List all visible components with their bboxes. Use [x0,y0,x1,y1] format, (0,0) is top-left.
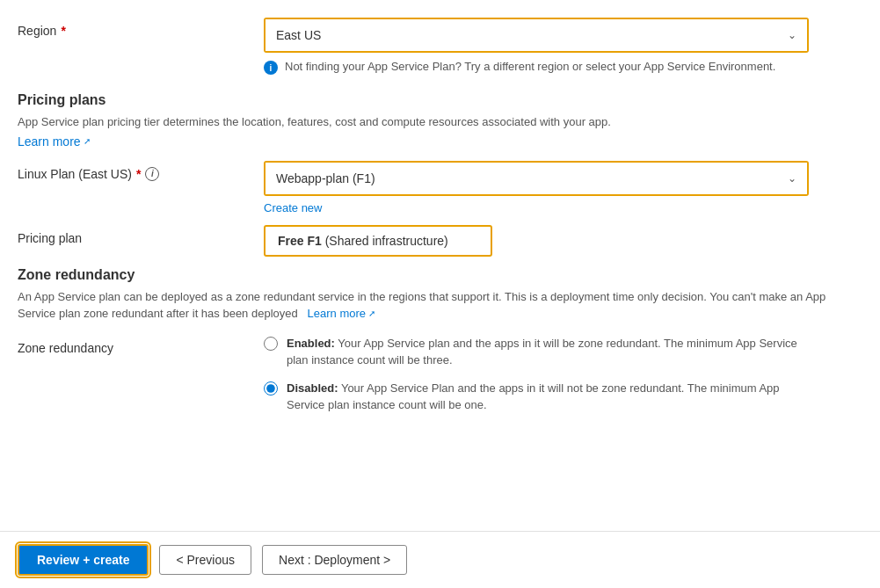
pricing-plan-detail: (Shared infrastructure) [325,234,448,248]
region-control-area: East US West US West Europe East Asia ⌄ … [264,18,809,75]
linux-plan-required-star: * [136,167,141,181]
linux-plan-label-text: Linux Plan (East US) [18,167,132,181]
zone-redundancy-disabled-label-bold: Disabled: [287,381,338,395]
zone-redundancy-learn-more-label: Learn more [308,305,366,323]
region-select-wrapper: East US West US West Europe East Asia ⌄ [264,18,809,53]
zone-redundancy-options: Zone redundancy Enabled: Your App Servic… [18,335,854,425]
zone-redundancy-section: Zone redundancy An App Service plan can … [18,267,854,425]
zone-redundancy-learn-more-link[interactable]: Learn more ➚ [308,305,375,323]
next-label: Next : Deployment > [279,553,390,567]
zone-redundancy-disabled-label: Disabled: Your App Service Plan and the … [287,380,809,414]
review-create-button[interactable]: Review + create [18,544,149,576]
region-info-box: i Not finding your App Service Plan? Try… [264,60,809,75]
region-hint-text: Not finding your App Service Plan? Try a… [285,60,775,73]
zone-redundancy-disabled-radio[interactable] [264,381,278,396]
create-new-link[interactable]: Create new [264,201,322,214]
region-row: Region * East US West US West Europe Eas… [18,18,854,75]
pricing-plan-label-text: Pricing plan [18,231,82,245]
zone-redundancy-enabled-radio[interactable] [264,337,278,351]
pricing-plan-control-area: Free F1 (Shared infrastructure) [264,225,809,257]
zone-redundancy-disabled-option: Disabled: Your App Service Plan and the … [264,380,809,414]
next-button[interactable]: Next : Deployment > [262,545,407,575]
linux-plan-label: Linux Plan (East US) * i [18,161,264,181]
learn-more-label: Learn more [18,134,81,149]
zone-redundancy-enabled-label: Enabled: Your App Service plan and the a… [287,335,809,369]
zone-redundancy-options-area: Enabled: Your App Service plan and the a… [264,335,809,425]
zone-redundancy-options-row: Zone redundancy Enabled: Your App Servic… [18,335,854,425]
zone-redundancy-disabled-label-text: Your App Service Plan and the apps in it… [287,381,780,412]
pricing-plans-section: Pricing plans App Service plan pricing t… [18,92,854,149]
zone-redundancy-enabled-label-text: Your App Service plan and the apps in it… [287,337,797,367]
zone-redundancy-options-label: Zone redundancy [18,335,264,355]
pricing-plan-name: Free F1 [278,234,322,248]
linux-plan-select-wrapper: Webapp-plan (F1) Create new ⌄ [264,161,809,196]
linux-plan-row: Linux Plan (East US) * i Webapp-plan (F1… [18,161,854,214]
pricing-plan-box: Free F1 (Shared infrastructure) [264,225,492,257]
zone-redundancy-description: An App Service plan can be deployed as a… [18,288,854,323]
zone-redundancy-enabled-option: Enabled: Your App Service plan and the a… [264,335,809,369]
zone-redundancy-external-icon: ➚ [368,307,375,320]
create-new-label: Create new [264,201,322,214]
region-required-star: * [61,24,65,38]
pricing-plans-desc-text: App Service plan pricing tier determines… [18,115,611,128]
linux-plan-info-icon[interactable]: i [145,167,159,181]
linux-plan-select[interactable]: Webapp-plan (F1) Create new [265,163,807,194]
review-create-label: Review + create [37,553,129,567]
linux-plan-control-area: Webapp-plan (F1) Create new ⌄ Create new [264,161,809,214]
pricing-plan-label: Pricing plan [18,225,264,245]
zone-redundancy-field-label: Zone redundancy [18,341,113,355]
region-label-text: Region [18,24,56,38]
pricing-plan-row: Pricing plan Free F1 (Shared infrastruct… [18,225,854,257]
pricing-plans-title: Pricing plans [18,92,854,108]
zone-redundancy-enabled-label-bold: Enabled: [287,337,335,350]
external-link-icon: ➚ [84,136,91,146]
region-label: Region * [18,18,264,38]
bottom-bar: Review + create < Previous Next : Deploy… [0,531,880,588]
region-info-icon: i [264,61,278,75]
previous-button[interactable]: < Previous [159,545,251,575]
region-select[interactable]: East US West US West Europe East Asia [265,19,807,51]
learn-more-link[interactable]: Learn more ➚ [18,134,91,149]
pricing-plans-description: App Service plan pricing tier determines… [18,113,854,131]
zone-redundancy-desc-text: An App Service plan can be deployed as a… [18,290,825,321]
previous-label: < Previous [176,553,235,567]
zone-redundancy-title: Zone redundancy [18,267,854,283]
